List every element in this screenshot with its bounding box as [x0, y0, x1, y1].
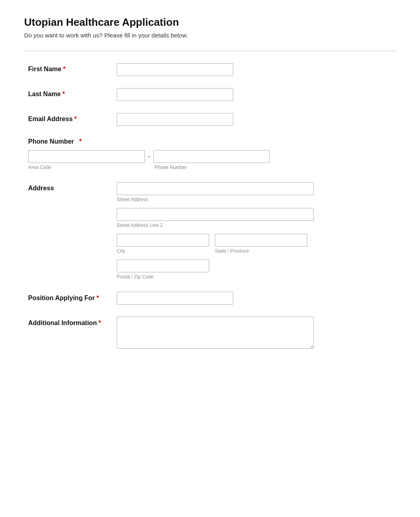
phone-separator: - — [148, 153, 150, 160]
email-required: * — [74, 115, 77, 122]
address-label: Address — [28, 182, 117, 192]
street-address-line2-input[interactable] — [117, 208, 314, 221]
page-subtitle: Do you want to work with us? Please fill… — [24, 32, 396, 39]
zip-input[interactable] — [117, 260, 209, 272]
last-name-input[interactable] — [117, 88, 233, 101]
page-title: Utopian Healthcare Application — [24, 16, 396, 29]
form-divider — [24, 51, 396, 51]
additional-information-textarea[interactable] — [117, 317, 314, 349]
phone-number-label: Phone Number — [154, 165, 187, 170]
form-section: First Name* Last Name* Email Address* Ph… — [24, 63, 396, 349]
area-code-label: Area Code — [28, 165, 145, 170]
address-city-state-labels: City State / Province — [117, 248, 314, 254]
phone-number-input[interactable] — [153, 150, 270, 163]
additional-required: * — [99, 319, 101, 326]
state-label: State / Province — [215, 248, 307, 254]
first-name-row: First Name* — [28, 63, 392, 76]
phone-area-code-input[interactable] — [28, 150, 145, 163]
address-city-state-row — [117, 234, 314, 247]
position-label: Position Applying For* — [28, 292, 117, 303]
last-name-row: Last Name* — [28, 88, 392, 101]
first-name-label: First Name* — [28, 63, 117, 73]
state-input[interactable] — [215, 234, 307, 247]
street-address-line2-sublabel: Street Address Line 2 — [117, 222, 314, 228]
street-address-sublabel: Street Address — [117, 197, 314, 202]
street-address-input[interactable] — [117, 182, 314, 195]
page-container: Utopian Healthcare Application Do you wa… — [0, 0, 420, 373]
city-label: City — [117, 248, 209, 254]
phone-sublabels-row: Area Code Phone Number — [28, 165, 392, 170]
phone-fields-row: - — [28, 150, 392, 163]
address-fields: Street Address Street Address Line 2 Cit… — [117, 182, 314, 280]
email-input[interactable] — [117, 113, 233, 126]
phone-required: * — [79, 138, 82, 145]
city-input[interactable] — [117, 234, 209, 247]
position-input[interactable] — [117, 292, 233, 305]
additional-information-row: Additional Information* — [28, 317, 392, 349]
address-row: Address Street Address Street Address Li… — [28, 182, 392, 280]
phone-label: Phone Number * — [28, 138, 117, 145]
last-name-required: * — [62, 91, 65, 97]
position-row: Position Applying For* — [28, 292, 392, 305]
email-address-row: Email Address* — [28, 113, 392, 126]
phone-number-section: Phone Number * - Area Code Phone Number — [28, 138, 392, 170]
additional-label: Additional Information* — [28, 317, 117, 328]
first-name-required: * — [63, 66, 66, 72]
last-name-label: Last Name* — [28, 88, 117, 98]
zip-label: Postal / Zip Code — [117, 274, 314, 280]
email-label: Email Address* — [28, 113, 117, 123]
position-required: * — [97, 295, 99, 301]
first-name-input[interactable] — [117, 63, 233, 76]
phone-label-row: Phone Number * — [28, 138, 392, 145]
